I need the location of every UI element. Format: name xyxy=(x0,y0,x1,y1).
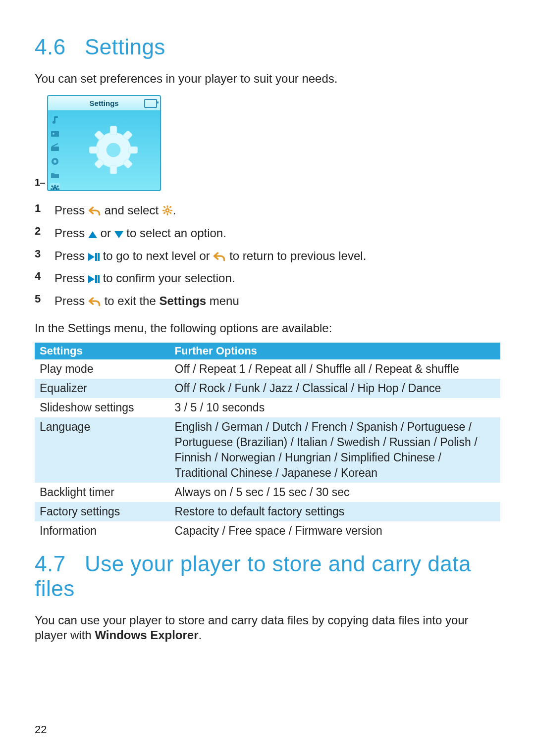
svg-line-11 xyxy=(52,186,53,187)
step-text: Press xyxy=(54,226,88,240)
step-number: 1 xyxy=(35,202,46,215)
svg-line-3 xyxy=(52,144,58,147)
step-number: 2 xyxy=(35,225,46,238)
step-1: 1Press and select xyxy=(35,202,500,219)
step-body: Press to exit the Settings menu xyxy=(54,293,500,310)
step-2: 2Press or to select an option. xyxy=(35,225,500,242)
setting-name: Information xyxy=(35,521,170,541)
step-5: 5Press to exit the Settings menu xyxy=(35,293,500,310)
table-intro: In the Settings menu, the following opti… xyxy=(35,321,500,336)
folder-icon xyxy=(50,169,60,179)
svg-rect-28 xyxy=(162,210,165,211)
svg-rect-31 xyxy=(169,211,171,214)
photo-icon xyxy=(50,128,60,138)
play-pause-icon xyxy=(88,253,100,261)
step-body: Press or to select an option. xyxy=(54,225,500,242)
heading-title-47: Use your player to store and carry data … xyxy=(35,552,471,601)
table-row: InformationCapacity / Free space / Firmw… xyxy=(35,521,500,541)
step-text: or xyxy=(97,226,114,240)
step-text: and select xyxy=(101,203,162,217)
battery-icon xyxy=(144,99,157,108)
back-icon xyxy=(88,204,101,215)
step-number: 4 xyxy=(35,270,46,283)
step-text: to exit the xyxy=(101,294,159,307)
screenshot-legend: 1 xyxy=(35,177,45,188)
step-text: Press xyxy=(54,249,88,262)
step-text: to select an option. xyxy=(123,226,226,240)
settings-screenshot: 1 Settings xyxy=(35,95,500,191)
step-4: 4Press to confirm your selection. xyxy=(35,270,500,287)
heading-number-47: 4.7 xyxy=(35,552,66,576)
record-icon xyxy=(50,155,60,165)
step-body: Press to go to next level or to return t… xyxy=(54,248,500,265)
step-text: to confirm your selection. xyxy=(100,271,235,285)
setting-options: Capacity / Free space / Firmware version xyxy=(170,521,500,541)
table-row: EqualizerOff / Rock / Funk / Jazz / Clas… xyxy=(35,379,500,398)
svg-rect-17 xyxy=(110,165,117,174)
table-row: Factory settingsRestore to default facto… xyxy=(35,502,500,521)
device-sidebar xyxy=(48,110,67,190)
svg-rect-26 xyxy=(166,205,168,208)
svg-point-6 xyxy=(54,188,56,191)
svg-rect-29 xyxy=(170,210,172,211)
step-body: Press to confirm your selection. xyxy=(54,270,500,287)
step-3: 3Press to go to next level or to return … xyxy=(35,248,500,265)
device-title: Settings xyxy=(90,99,119,107)
setting-options: English / German / Dutch / French / Span… xyxy=(170,417,500,483)
step-text: . xyxy=(173,203,176,217)
svg-line-14 xyxy=(57,186,58,187)
setting-options: 3 / 5 / 10 seconds xyxy=(170,398,500,417)
gear-icon xyxy=(50,183,60,191)
gear-large-icon xyxy=(86,123,141,177)
down-icon xyxy=(114,231,123,238)
heading-number: 4.6 xyxy=(35,35,66,59)
svg-point-5 xyxy=(54,160,56,163)
body-bold: Windows Explorer xyxy=(95,628,198,642)
back-icon xyxy=(213,250,226,260)
setting-name: Language xyxy=(35,417,170,483)
settings-table: Settings Further Options Play modeOff / … xyxy=(35,343,500,541)
step-number: 3 xyxy=(35,248,46,260)
svg-point-24 xyxy=(107,143,121,157)
svg-rect-0 xyxy=(51,131,59,137)
music-icon xyxy=(50,114,60,124)
setting-name: Play mode xyxy=(35,359,170,379)
play-pause-icon xyxy=(88,275,100,283)
setting-options: Off / Repeat 1 / Repeat all / Shuffle al… xyxy=(170,359,500,379)
setting-name: Backlight timer xyxy=(35,483,170,502)
step-text: Press xyxy=(54,294,88,307)
step-text: menu xyxy=(206,294,239,307)
body-post: . xyxy=(199,628,202,642)
step-number: 5 xyxy=(35,293,46,305)
step-body: Press and select xyxy=(54,202,500,219)
page-number: 22 xyxy=(35,723,47,736)
gear-icon xyxy=(162,203,173,214)
up-icon xyxy=(88,231,97,238)
setting-name: Factory settings xyxy=(35,502,170,521)
setting-options: Restore to default factory settings xyxy=(170,502,500,521)
svg-point-34 xyxy=(166,209,168,211)
svg-rect-27 xyxy=(166,213,168,216)
setting-options: Off / Rock / Funk / Jazz / Classical / H… xyxy=(170,379,500,398)
heading-title: Settings xyxy=(85,35,165,59)
svg-rect-19 xyxy=(129,147,138,153)
table-row: Slideshow settings3 / 5 / 10 seconds xyxy=(35,398,500,417)
table-row: Play modeOff / Repeat 1 / Repeat all / S… xyxy=(35,359,500,379)
step-text: to go to next level or xyxy=(100,249,213,262)
svg-rect-33 xyxy=(163,211,165,214)
step-text: to return to previous level. xyxy=(226,249,366,262)
device-screen: Settings xyxy=(47,95,161,191)
table-row: Backlight timerAlways on / 5 sec / 15 se… xyxy=(35,483,500,502)
section46-intro: You can set preferences in your player t… xyxy=(35,71,500,86)
back-icon xyxy=(88,295,101,305)
svg-point-1 xyxy=(53,133,54,135)
table-row: LanguageEnglish / German / Dutch / Frenc… xyxy=(35,417,500,483)
radio-icon xyxy=(50,142,60,151)
step-text: Press xyxy=(54,203,88,217)
heading-4-6: 4.6 Settings xyxy=(35,35,500,59)
step-bold: Settings xyxy=(159,294,206,307)
svg-rect-16 xyxy=(110,126,117,135)
screenshot-legend-number: 1 xyxy=(35,177,40,188)
steps-list: 1Press and select xyxy=(35,202,500,310)
setting-name: Equalizer xyxy=(35,379,170,398)
